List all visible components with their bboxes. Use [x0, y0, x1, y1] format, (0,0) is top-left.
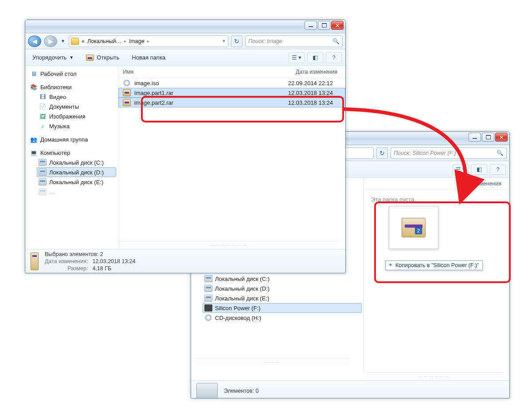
tree-disk-f-truncated[interactable]: …	[37, 187, 116, 197]
status-date-value: 12.03.2018 13:24	[92, 258, 135, 264]
organize-button[interactable]: Упорядочить ▼	[29, 52, 77, 63]
titlebar[interactable]	[25, 20, 345, 33]
status-bar: Элементов: 0	[191, 380, 509, 398]
file-list[interactable]: Имя Дата изменения image.iso22.09.2014 2…	[118, 66, 345, 249]
nav-history-dropdown[interactable]: ▼	[60, 35, 66, 47]
close-button[interactable]	[331, 21, 344, 30]
tree-disk-d[interactable]: Локальный диск (D:)	[37, 167, 116, 177]
search-placeholder: Поиск: Image	[248, 38, 282, 44]
tree-documents[interactable]: 📄Документы	[37, 102, 116, 111]
tree-music[interactable]: ♪Музыка	[37, 121, 116, 131]
view-mode-button[interactable]: ☰ ▾	[453, 164, 469, 175]
address-bar: ◀ ▶ ▼ « Локальный… ▸ Image ▸ ▼ ↻ Поиск: …	[25, 33, 345, 49]
close-button[interactable]	[495, 133, 508, 142]
nav-back-button[interactable]: ◀	[28, 35, 41, 47]
search-field[interactable]: Поиск: Image 🔍	[245, 35, 343, 47]
help-button[interactable]: ?	[490, 164, 506, 175]
file-row[interactable]: image.part2.rar12.03.2018 13:24	[118, 98, 345, 107]
chevron-down-icon: ▼	[69, 55, 74, 60]
music-icon: ♪	[39, 122, 47, 130]
tree-disk-e[interactable]: Локальный диск (E:)	[203, 293, 362, 303]
column-headers[interactable]: …изменения	[364, 178, 509, 190]
status-bar: Выбрано элементов: 2 Дата изменения:12.0…	[25, 249, 345, 273]
libraries-icon: 📚	[30, 83, 38, 91]
listpane-scrollbar-horizontal[interactable]: ⋯⋯⋯⋯⋯⋯	[365, 372, 503, 380]
tree-videos[interactable]: 🎞Видео	[37, 92, 116, 102]
file-name: image.iso	[134, 80, 159, 87]
file-date: 22.09.2014 22:12	[261, 80, 341, 87]
column-headers[interactable]: Имя Дата изменения	[118, 66, 345, 78]
preview-pane-button[interactable]: ◧	[307, 52, 323, 63]
disk-icon	[39, 188, 47, 195]
command-bar: Упорядочить ▼ Открыть Новая папка ☰ ▾ ◧ …	[25, 49, 345, 66]
document-icon: 📄	[39, 103, 47, 110]
chevron-right-icon: ▸	[124, 39, 126, 43]
tree-disk-c[interactable]: Локальный диск (C:)	[203, 274, 362, 284]
drag-ghost-icon: 2	[389, 206, 438, 249]
status-item-count: Элементов: 0	[224, 388, 258, 394]
column-date-modified[interactable]: Дата изменения	[266, 66, 345, 78]
picture-icon: 🖼	[39, 113, 47, 120]
new-folder-button[interactable]: Новая папка	[128, 52, 169, 63]
status-file-icon	[31, 252, 39, 270]
tree-silicon-power[interactable]: Silicon Power (F:)	[203, 303, 362, 313]
disk-icon	[39, 159, 47, 166]
breadcrumb-folder[interactable]: Image	[129, 38, 145, 44]
minimize-button[interactable]	[469, 133, 481, 142]
video-icon: 🎞	[39, 93, 47, 100]
tree-disk-c[interactable]: Локальный диск (C:)	[37, 158, 116, 167]
view-mode-button[interactable]: ☰ ▾	[289, 52, 305, 63]
tree-disk-e[interactable]: Локальный диск (E:)	[37, 177, 116, 187]
column-name[interactable]: Имя	[118, 66, 266, 78]
refresh-button[interactable]: ↻	[231, 35, 243, 47]
breadcrumb-path[interactable]: « Локальный… ▸ Image ▸ ▼	[69, 35, 228, 47]
explorer-window-source[interactable]: ◀ ▶ ▼ « Локальный… ▸ Image ▸ ▼ ↻ Поиск: …	[25, 20, 346, 273]
breadcrumb-dropdown[interactable]: ▼	[222, 39, 226, 43]
rar-archive-icon	[123, 99, 131, 106]
tree-disk-d[interactable]: Локальный диск (D:)	[203, 284, 362, 293]
tree-libraries[interactable]: 📚Библиотеки	[28, 82, 116, 92]
nav-forward-button[interactable]: ▶	[44, 35, 57, 47]
folder-icon	[71, 38, 79, 45]
disk-icon	[204, 295, 212, 302]
search-placeholder: Поиск: Silicon Power (F:)	[394, 150, 456, 156]
preview-pane-button[interactable]: ◧	[471, 164, 487, 175]
tree-homegroup[interactable]: 👥Домашняя группа	[28, 134, 116, 144]
file-row[interactable]: image.iso22.09.2014 22:12	[118, 78, 345, 88]
desktop-icon: 🖥	[30, 70, 38, 77]
status-size-value: 4,18 ГБ	[92, 265, 135, 272]
homegroup-icon: 👥	[30, 136, 38, 143]
open-button[interactable]: Открыть	[82, 52, 123, 63]
usb-drive-icon	[204, 304, 212, 311]
search-field[interactable]: Поиск: Silicon Power (F:) 🔍	[391, 147, 507, 159]
breadcrumb-disk[interactable]: Локальный…	[87, 38, 121, 44]
status-selection-count: Выбрано элементов: 2	[45, 251, 136, 257]
tree-desktop[interactable]: 🖥Рабочий стол	[28, 69, 116, 79]
maximize-button[interactable]	[318, 21, 330, 30]
file-list[interactable]: …изменения Эта папка пуста. 2 Копировать…	[364, 178, 509, 372]
maximize-button[interactable]	[482, 133, 494, 142]
status-drive-icon	[196, 383, 218, 399]
file-name: image.part1.rar	[134, 90, 173, 96]
tree-cd-drive[interactable]: CD-дисковод (H:)	[203, 313, 362, 323]
column-date-modified-trail[interactable]: …изменения	[430, 178, 509, 189]
scrollbar-horizontal[interactable]: ⋯⋯⋯⋯⋯⋯⋯	[118, 241, 339, 249]
minimize-button[interactable]	[305, 21, 317, 30]
rar-archive-icon	[123, 89, 131, 96]
navigation-tree[interactable]: 🖥Рабочий стол 📚Библиотеки 🎞Видео 📄Докуме…	[25, 66, 118, 249]
search-icon: 🔍	[332, 38, 340, 44]
iso-disc-icon	[123, 79, 131, 87]
disk-icon	[39, 169, 47, 176]
file-date: 12.03.2018 13:24	[261, 90, 341, 96]
tree-pictures[interactable]: 🖼Изображения	[37, 111, 116, 121]
winrar-icon	[86, 55, 94, 61]
file-row[interactable]: image.part1.rar12.03.2018 13:24	[118, 88, 345, 98]
tree-computer[interactable]: 💻Компьютер	[28, 148, 116, 158]
file-name: image.part2.rar	[134, 99, 173, 106]
search-icon: 🔍	[497, 150, 504, 156]
help-button[interactable]: ?	[326, 52, 342, 63]
tree-scrollbar-horizontal[interactable]: ⋯⋯⋯	[196, 358, 348, 366]
disk-icon	[204, 275, 212, 282]
window-body: 🖥Рабочий стол 📚Библиотеки 🎞Видео 📄Докуме…	[25, 66, 345, 249]
refresh-button[interactable]: ↻	[376, 147, 388, 159]
